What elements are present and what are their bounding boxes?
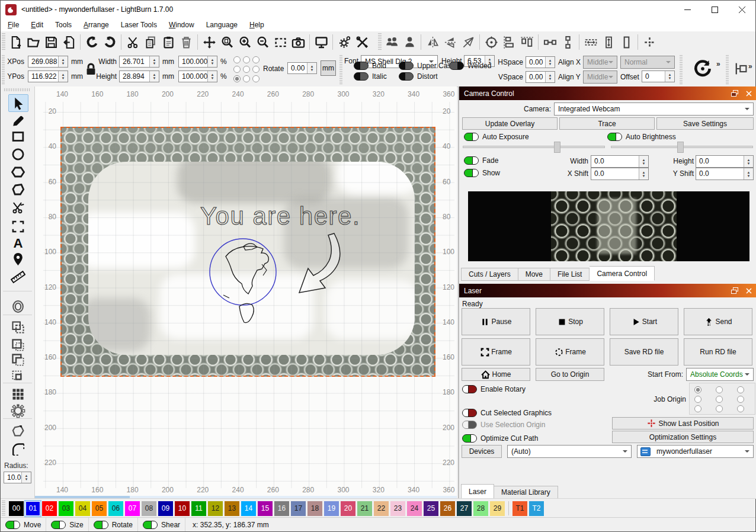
enable-rotary-toggle[interactable]: Enable Rotary — [462, 384, 526, 393]
job-origin-radio-1[interactable] — [716, 386, 723, 393]
color-swatch-07[interactable]: 07 — [125, 501, 140, 516]
italic-toggle[interactable]: Italic — [354, 72, 387, 81]
anchor-radio-8[interactable] — [252, 75, 260, 82]
tool-fillet[interactable] — [8, 441, 27, 457]
frame-button[interactable]: Frame — [536, 338, 604, 366]
hspace-input[interactable]: 0.00▲▼ — [526, 56, 555, 68]
status-toggle-rotate[interactable]: Rotate — [89, 518, 138, 531]
xpos-input[interactable]: 269.088▲▼ — [28, 56, 68, 68]
color-swatch-19[interactable]: 19 — [324, 501, 339, 516]
color-swatch-15[interactable]: 15 — [258, 501, 273, 516]
tool-circular-array[interactable] — [8, 402, 27, 419]
color-swatch-22[interactable]: 22 — [374, 501, 389, 516]
width-percent-input[interactable]: 100.000▲▼ — [178, 56, 217, 68]
color-swatch-06[interactable]: 06 — [108, 501, 123, 516]
tool-offset[interactable] — [8, 298, 27, 315]
preview-monitor-icon[interactable] — [312, 33, 330, 51]
anchor-radio-4[interactable] — [243, 66, 250, 73]
menu-laser-tools[interactable]: Laser Tools — [115, 20, 163, 30]
home-button[interactable]: Home — [462, 368, 530, 381]
color-swatch-05[interactable]: 05 — [92, 501, 107, 516]
zoom-page-icon[interactable] — [218, 33, 236, 51]
maximize-button[interactable] — [701, 1, 728, 18]
scale-width-icon[interactable] — [582, 33, 600, 51]
tool-measure[interactable] — [8, 268, 27, 285]
float-panel-icon[interactable] — [729, 89, 740, 98]
update-overlay-button[interactable]: Update Overlay — [462, 117, 558, 130]
rotate-input[interactable]: 0.00▲▼ — [287, 62, 317, 74]
workspace-canvas[interactable]: 1401401601601801802002002202202402402602… — [35, 86, 457, 499]
toolbar-grip[interactable] — [2, 33, 5, 51]
brightness-slider-handle[interactable] — [677, 142, 684, 153]
vspace-input[interactable]: 0.00▲▼ — [526, 71, 555, 83]
tab-file-list[interactable]: File List — [550, 268, 590, 281]
menu-file[interactable]: File — [2, 20, 25, 30]
tool-trim-shapes[interactable] — [8, 199, 27, 216]
go-to-origin-button[interactable]: Go to Origin — [536, 368, 604, 381]
color-swatch-24[interactable]: 24 — [407, 501, 422, 516]
camera-select-combo[interactable]: Integrated Webcam — [554, 102, 754, 116]
job-origin-radio-0[interactable] — [694, 386, 701, 393]
tool-rectangle[interactable] — [8, 128, 27, 145]
zoom-in-icon[interactable] — [236, 33, 254, 51]
distribute-horizontal-icon[interactable] — [541, 33, 559, 51]
camera-capture-icon[interactable] — [289, 33, 307, 51]
tool-select-frame[interactable] — [8, 218, 27, 235]
job-origin-radio-8[interactable] — [737, 405, 744, 412]
tool-boolean-union[interactable] — [8, 319, 27, 335]
color-swatch-04[interactable]: 04 — [75, 501, 90, 516]
optimize-cut-path-toggle[interactable]: Optimize Cut Path — [462, 434, 538, 443]
bold-toggle[interactable]: Bold — [354, 61, 386, 70]
anchor-radio-7[interactable] — [243, 75, 250, 82]
color-swatch-18[interactable]: 18 — [307, 501, 322, 516]
color-swatch-T2[interactable]: T2 — [529, 501, 544, 516]
height-percent-input[interactable]: 100.000▲▼ — [178, 70, 217, 82]
artwork-globe[interactable] — [210, 239, 276, 323]
paste-icon[interactable] — [159, 33, 177, 51]
units-mm-button[interactable]: mm — [321, 60, 336, 76]
tool-text[interactable]: A — [8, 235, 27, 251]
width-input[interactable]: 26.701▲▼ — [119, 56, 159, 68]
tool-select[interactable] — [8, 94, 28, 112]
tool-draw-lines[interactable] — [8, 112, 27, 129]
save-settings-button[interactable]: Save Settings — [656, 117, 754, 130]
tool-boolean-subtract[interactable] — [8, 336, 27, 353]
cut-icon[interactable] — [124, 33, 142, 51]
color-swatch-21[interactable]: 21 — [357, 501, 372, 516]
exposure-slider[interactable] — [463, 146, 605, 148]
upper-case-toggle[interactable]: Upper Case — [399, 61, 455, 70]
new-file-icon[interactable] — [7, 33, 24, 51]
anchor-radio-3[interactable] — [233, 66, 241, 73]
tool-position-pin[interactable] — [8, 251, 27, 267]
tab-laser[interactable]: Laser — [461, 484, 494, 499]
align-vertical-icon[interactable] — [518, 33, 536, 51]
artwork-text[interactable]: You are here. — [200, 202, 360, 230]
trace-button[interactable]: Trace — [559, 117, 655, 130]
color-swatch-03[interactable]: 03 — [59, 501, 73, 516]
optimization-settings-button[interactable]: Optimization Settings — [612, 431, 754, 443]
overlay-height-input[interactable]: 0.0▲▼ — [696, 155, 754, 168]
close-button[interactable] — [728, 1, 755, 18]
color-swatch-14[interactable]: 14 — [241, 501, 256, 516]
welded-toggle[interactable]: Welded — [449, 61, 491, 70]
show-last-position-button[interactable]: Show Last Position — [612, 417, 754, 430]
status-toggle-move[interactable]: Move — [1, 518, 46, 531]
start-button[interactable]: Start — [610, 308, 678, 335]
color-swatch-20[interactable]: 20 — [341, 501, 355, 516]
overlay-width-input[interactable]: 0.0▲▼ — [591, 155, 649, 168]
scale-box-icon[interactable] — [617, 33, 635, 51]
flip-vertical-icon[interactable] — [424, 33, 441, 51]
color-swatch-01[interactable]: 01 — [25, 501, 40, 516]
color-swatch-10[interactable]: 10 — [175, 501, 190, 516]
color-swatch-T1[interactable]: T1 — [512, 501, 527, 516]
frame-button[interactable]: Frame — [462, 338, 530, 366]
x-shift-input[interactable]: 0.0▲▼ — [591, 168, 649, 180]
color-swatch-09[interactable]: 09 — [158, 501, 173, 516]
copy-icon[interactable] — [142, 33, 159, 51]
exposure-slider-handle[interactable] — [554, 142, 560, 153]
toolbar-overflow-chevron[interactable]: » — [716, 58, 720, 70]
tool-edit-nodes[interactable] — [8, 181, 27, 198]
tool-boolean-intersect[interactable] — [8, 368, 27, 384]
save-rd-file-button[interactable]: Save RD file — [610, 338, 678, 366]
tab-cuts-layers[interactable]: Cuts / Layers — [461, 268, 518, 281]
